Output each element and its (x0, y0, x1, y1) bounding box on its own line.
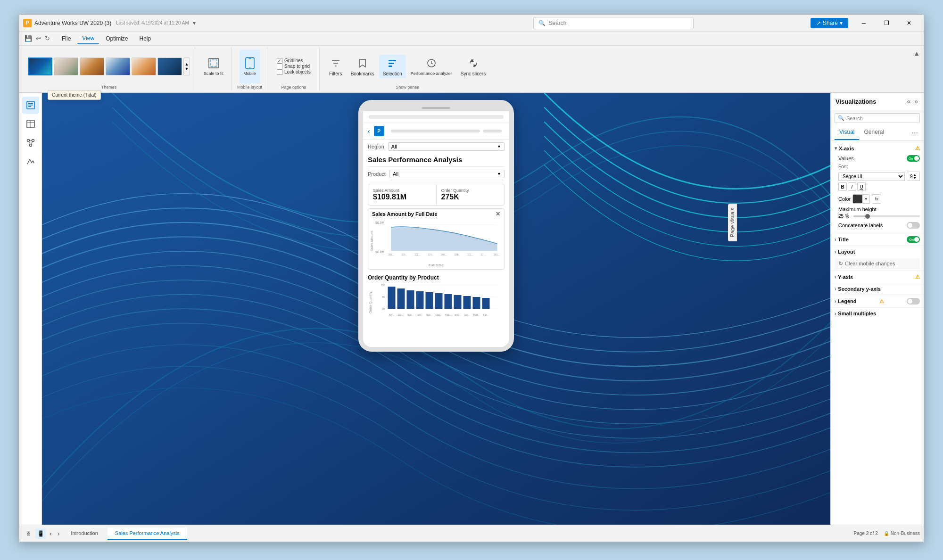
restore-button[interactable]: ❐ (876, 16, 897, 31)
scale-to-fit-button[interactable]: Scale to fit (201, 49, 226, 83)
share-icon: ↗ (816, 20, 821, 26)
x-axis-section-header[interactable]: ▾ X-axis ⚠ (831, 143, 924, 153)
panel-expand-right[interactable]: » (913, 97, 919, 106)
sidebar-report-icon[interactable] (22, 97, 39, 114)
chart2-bar-svg: 10K 5K 0K (373, 283, 505, 321)
ribbon-collapse-button[interactable]: ▲ (913, 49, 920, 57)
mobile-icon (243, 57, 256, 70)
underline-button[interactable]: U (857, 182, 866, 191)
italic-button[interactable]: I (848, 182, 856, 191)
clear-mobile-changes-button[interactable]: ↻ Clear mobile changes (835, 258, 920, 269)
sidebar-model-icon[interactable] (22, 134, 39, 151)
sidebar-table-icon[interactable] (22, 115, 39, 132)
filters-button[interactable]: Filters (325, 55, 346, 78)
theme-6[interactable] (157, 58, 182, 75)
svg-rect-49 (454, 295, 462, 309)
title-search-input[interactable] (548, 20, 688, 26)
page-visuals-tab[interactable]: Page visuals (728, 204, 737, 241)
mobile-layout-button[interactable]: Mobile (240, 49, 260, 83)
color-dropdown-icon[interactable]: ▼ (862, 197, 869, 201)
mobile-back-button[interactable]: ‹ (368, 127, 370, 135)
svg-text:Wat...: Wat... (398, 313, 404, 316)
secondary-y-label: Secondary y-axis (838, 286, 881, 292)
panel-title: Visualizations (835, 98, 876, 105)
undo-button[interactable]: ↩ (34, 34, 42, 43)
tab-visual[interactable]: Visual (835, 126, 859, 140)
chart2-title: Order Quantity by Product (368, 274, 505, 281)
theme-4[interactable] (106, 58, 130, 75)
section-divider-1 (831, 233, 924, 233)
product-dropdown[interactable]: All ▼ (389, 170, 505, 178)
main-area: ‹ P Region All ▼ (19, 93, 924, 525)
share-button[interactable]: ↗ Share ▾ (811, 18, 848, 28)
classification-icon: 🔒 (884, 531, 889, 536)
next-page-button[interactable]: › (56, 529, 62, 538)
share-label: Share (823, 20, 838, 26)
theme-tidal[interactable] (28, 58, 52, 75)
sidebar-dax-icon[interactable] (22, 153, 39, 170)
desktop-view-button[interactable]: 🖥 (23, 528, 33, 539)
chart1-close-button[interactable]: ✕ (496, 211, 500, 217)
secondary-y-section-header[interactable]: › Secondary y-axis (831, 284, 924, 294)
font-family-select[interactable]: Segoe UI (838, 172, 905, 181)
svg-text:201...: 201... (428, 253, 434, 256)
themes-more-button[interactable]: ▲▼ (183, 58, 190, 75)
main-window: P Adventure Works DW 2020 (3) Last saved… (19, 14, 924, 542)
title-search-box[interactable]: 🔍 (533, 17, 694, 29)
values-toggle[interactable]: On (907, 155, 920, 162)
titlebar-right: ↗ Share ▾ ─ ❐ ✕ (811, 16, 920, 31)
tab-general[interactable]: General (859, 126, 889, 140)
prev-page-button[interactable]: ‹ (48, 529, 54, 538)
menu-optimize[interactable]: Optimize (101, 33, 132, 44)
menu-view[interactable]: View (77, 33, 99, 44)
title-label: Title (838, 237, 848, 242)
lock-objects-checkbox[interactable]: Lock objects (277, 69, 311, 75)
color-picker[interactable]: ▼ (852, 194, 870, 204)
max-height-slider[interactable] (853, 215, 920, 217)
theme-5[interactable] (132, 58, 156, 75)
region-dropdown[interactable]: All ▼ (388, 142, 505, 151)
theme-3[interactable] (80, 58, 104, 75)
title-dropdown-icon[interactable]: ▾ (193, 20, 196, 26)
title-toggle[interactable]: On (907, 236, 920, 243)
panel-search-input[interactable] (846, 115, 917, 121)
minimize-button[interactable]: ─ (853, 16, 875, 31)
bookmarks-button[interactable]: Bookmarks (347, 55, 378, 78)
color-fx-button[interactable]: fx (872, 194, 881, 204)
tab-sales-performance[interactable]: Sales Performance Analysis (108, 527, 187, 540)
font-size-up[interactable]: ▲ (913, 173, 917, 176)
close-button[interactable]: ✕ (898, 16, 920, 31)
y-axis-section-header[interactable]: › Y-axis ⚠ (831, 272, 924, 282)
tab-introduction[interactable]: Introduction (63, 527, 105, 540)
kpi-order-quantity: Order Quantity 275K (437, 184, 505, 205)
save-icon-btn[interactable]: 💾 (23, 34, 33, 43)
canvas-area[interactable]: ‹ P Region All ▼ (42, 93, 830, 525)
font-size-down[interactable]: ▼ (913, 176, 917, 180)
kpi2-label: Order Quantity (441, 188, 500, 193)
title-section-header[interactable]: › Title On (831, 234, 924, 245)
selection-button[interactable]: Selection (379, 55, 406, 78)
app-icon: P (23, 19, 32, 27)
small-multiples-section-header[interactable]: › Small multiples (831, 309, 924, 318)
panel-collapse-left[interactable]: « (906, 97, 911, 106)
redo-button[interactable]: ↻ (43, 34, 51, 43)
panel-more-options[interactable]: ··· (910, 126, 920, 140)
panel-search-box[interactable]: 🔍 (835, 113, 920, 123)
sync-slicers-button[interactable]: Sync slicers (457, 55, 489, 78)
legend-section-header[interactable]: › Legend ⚠ (831, 296, 924, 306)
menu-help[interactable]: Help (134, 33, 156, 44)
legend-toggle[interactable] (907, 298, 920, 305)
bold-button[interactable]: B (838, 182, 847, 191)
theme-2[interactable] (54, 58, 78, 75)
layout-section-header[interactable]: › Layout (831, 247, 924, 256)
performance-analyzer-button[interactable]: Performance analyzer (407, 55, 456, 78)
snap-to-grid-checkbox[interactable]: Snap to grid (277, 64, 311, 69)
concat-toggle[interactable] (907, 222, 920, 229)
svg-rect-43 (397, 288, 405, 309)
page-options-label: Page options (281, 85, 306, 91)
svg-rect-2 (246, 58, 254, 69)
menu-file[interactable]: File (57, 33, 75, 44)
mobile-view-button[interactable]: 📱 (35, 528, 46, 539)
performance-label: Performance analyzer (411, 71, 452, 76)
gridlines-checkbox[interactable]: ✓ Gridlines (277, 58, 311, 64)
